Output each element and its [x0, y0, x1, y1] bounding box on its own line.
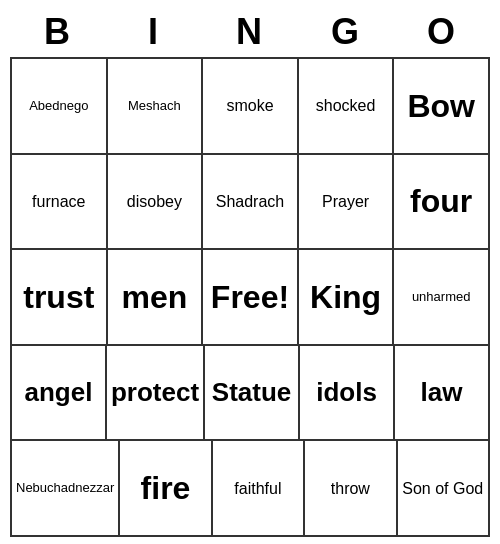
bingo-cell: law — [395, 346, 490, 442]
bingo-cell: trust — [12, 250, 108, 346]
cell-label: smoke — [226, 96, 273, 115]
header-letter: N — [202, 7, 298, 57]
bingo-row: AbednegoMeshachsmokeshockedBow — [12, 59, 490, 155]
header-letter: G — [298, 7, 394, 57]
bingo-cell: fire — [120, 441, 212, 537]
bingo-cell: men — [108, 250, 204, 346]
bingo-cell: throw — [305, 441, 397, 537]
bingo-cell: furnace — [12, 155, 108, 251]
cell-label: protect — [111, 377, 199, 408]
bingo-row: trustmenFree!Kingunharmed — [12, 250, 490, 346]
bingo-cell: four — [394, 155, 490, 251]
cell-label: disobey — [127, 192, 182, 211]
bingo-grid: AbednegoMeshachsmokeshockedBowfurnacedis… — [10, 57, 490, 537]
bingo-cell: Bow — [394, 59, 490, 155]
bingo-cell: Free! — [203, 250, 299, 346]
bingo-cell: protect — [107, 346, 205, 442]
bingo-cell: Abednego — [12, 59, 108, 155]
cell-label: Free! — [211, 278, 289, 316]
header-letter: B — [10, 7, 106, 57]
cell-label: Statue — [212, 377, 291, 408]
cell-label: idols — [316, 377, 377, 408]
bingo-cell: faithful — [213, 441, 305, 537]
cell-label: faithful — [234, 479, 281, 498]
cell-label: shocked — [316, 96, 376, 115]
bingo-cell: disobey — [108, 155, 204, 251]
bingo-cell: Nebuchadnezzar — [12, 441, 120, 537]
bingo-row: NebuchadnezzarfirefaithfulthrowSon of Go… — [12, 441, 490, 537]
cell-label: furnace — [32, 192, 85, 211]
bingo-cell: Son of God — [398, 441, 490, 537]
cell-label: Shadrach — [216, 192, 285, 211]
bingo-card: BINGO AbednegoMeshachsmokeshockedBowfurn… — [10, 7, 490, 537]
bingo-cell: Meshach — [108, 59, 204, 155]
cell-label: trust — [23, 278, 94, 316]
bingo-cell: idols — [300, 346, 395, 442]
cell-label: fire — [141, 469, 191, 507]
cell-label: law — [421, 377, 463, 408]
cell-label: Nebuchadnezzar — [16, 480, 114, 496]
header-letter: I — [106, 7, 202, 57]
bingo-cell: angel — [12, 346, 107, 442]
cell-label: unharmed — [412, 289, 471, 305]
bingo-cell: unharmed — [394, 250, 490, 346]
cell-label: Meshach — [128, 98, 181, 114]
header-letter: O — [394, 7, 490, 57]
bingo-row: furnacedisobeyShadrachPrayerfour — [12, 155, 490, 251]
cell-label: Abednego — [29, 98, 88, 114]
bingo-cell: Shadrach — [203, 155, 299, 251]
cell-label: four — [410, 182, 472, 220]
bingo-cell: smoke — [203, 59, 299, 155]
bingo-cell: Prayer — [299, 155, 395, 251]
bingo-cell: Statue — [205, 346, 300, 442]
bingo-row: angelprotectStatueidolslaw — [12, 346, 490, 442]
cell-label: angel — [25, 377, 93, 408]
cell-label: King — [310, 278, 381, 316]
bingo-header: BINGO — [10, 7, 490, 57]
cell-label: Bow — [407, 87, 475, 125]
cell-label: throw — [331, 479, 370, 498]
cell-label: men — [121, 278, 187, 316]
bingo-cell: shocked — [299, 59, 395, 155]
cell-label: Prayer — [322, 192, 369, 211]
cell-label: Son of God — [402, 479, 483, 498]
bingo-cell: King — [299, 250, 395, 346]
